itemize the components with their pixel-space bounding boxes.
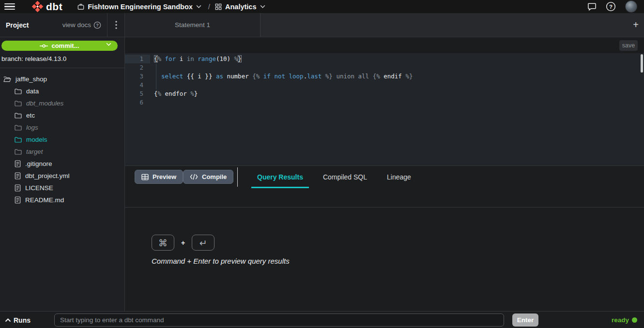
tree-item-models[interactable]: models (0, 134, 124, 146)
status-label: ready (612, 316, 629, 324)
code-lines: {% for i in range(10) %} select {{ i }} … (154, 55, 639, 107)
line-number: 4 (125, 81, 150, 89)
git-commit-icon (40, 44, 48, 48)
code-editor[interactable]: 123456 {% for i in range(10) %} select {… (125, 53, 644, 165)
tree-item-label: data (26, 88, 39, 95)
line-number: 1 (125, 55, 150, 63)
compile-label: Compile (202, 173, 227, 180)
code-icon (190, 174, 198, 180)
chevron-down-icon (106, 43, 111, 46)
kebab-dots (115, 21, 117, 29)
chevron-down-icon (260, 5, 265, 8)
view-docs-label: view docs (62, 21, 91, 29)
editor-toolbar: save (125, 37, 644, 53)
tree-item-label: etc (26, 112, 35, 119)
tree-item-.gitignore[interactable]: .gitignore (0, 158, 124, 170)
dbt-logo-icon (31, 0, 44, 13)
compile-button[interactable]: Compile (183, 170, 233, 184)
save-button[interactable]: save (619, 40, 638, 51)
dbt-command-input[interactable] (54, 313, 504, 327)
account-switcher[interactable]: Fishtown Engineering Sandbox (77, 3, 201, 11)
folder-icon (15, 100, 22, 106)
line-number: 2 (125, 63, 150, 72)
tree-item-label: dbt_project.yml (25, 172, 70, 179)
indent-guide (156, 63, 156, 89)
new-tab-button[interactable]: + (628, 13, 644, 37)
tree-item-jaffle_shop[interactable]: jaffle_shop (0, 73, 124, 85)
editor-scrollbar[interactable] (641, 54, 643, 73)
folder-icon (15, 149, 22, 155)
tree-item-dbt_modules[interactable]: dbt_modules (0, 97, 124, 109)
user-avatar[interactable] (625, 0, 637, 13)
tree-item-label: README.md (25, 196, 64, 204)
file-icon (15, 172, 21, 179)
branch-label: branch: release/4.13.0 (1, 55, 66, 62)
line-number: 6 (125, 98, 150, 107)
tree-item-target[interactable]: target (0, 146, 124, 158)
code-line[interactable]: {% for i in range(10) %} (154, 55, 639, 63)
sidebar-title: Project (6, 21, 29, 29)
results-controls: Preview Compile Query Results Compiled S… (125, 166, 644, 188)
tree-item-data[interactable]: data (0, 85, 124, 97)
code-line[interactable] (154, 98, 639, 107)
shortcut-hint-text: Command + Enter to preview query results (152, 257, 290, 265)
tree-item-etc[interactable]: etc (0, 109, 124, 121)
status-indicator: ready (612, 312, 637, 328)
help-icon[interactable]: ? (606, 1, 616, 12)
tab-query-results[interactable]: Query Results (251, 166, 309, 188)
shortcut-hint-keys: ⌘ + ↵ (152, 235, 215, 251)
tab-lineage[interactable]: Lineage (381, 166, 417, 188)
preview-button[interactable]: Preview (135, 170, 183, 184)
file-tree: jaffle_shopdatadbt_modulesetclogsmodelst… (0, 73, 124, 206)
project-switcher[interactable]: Analytics (215, 3, 265, 11)
folder-icon (3, 76, 11, 82)
tree-item-LICENSE[interactable]: LICENSE (0, 182, 124, 194)
account-name: Fishtown Engineering Sandbox (88, 3, 193, 11)
dbt-logo-text: dbt (46, 1, 62, 13)
commit-label: commit... (51, 42, 79, 49)
code-line[interactable]: {% endfor %} (154, 89, 639, 98)
tree-item-label: LICENSE (25, 184, 53, 192)
tab-label: Compiled SQL (323, 173, 367, 181)
tree-item-dbt_project.yml[interactable]: dbt_project.yml (0, 170, 124, 182)
tree-item-label: dbt_modules (26, 100, 63, 107)
dbt-logo[interactable]: dbt (31, 0, 62, 13)
results-tabs: Query Results Compiled SQL Lineage (251, 166, 425, 188)
kebab-menu-icon[interactable] (107, 13, 124, 37)
return-key-icon: ↵ (192, 235, 215, 251)
editor-tab-bar: Statement 1 + (125, 13, 644, 37)
enter-button[interactable]: Enter (512, 313, 538, 327)
file-icon (15, 160, 21, 167)
line-numbers: 123456 (125, 55, 150, 107)
tree-item-README.md[interactable]: README.md (0, 194, 124, 206)
view-docs-link[interactable]: view docs ? (62, 21, 101, 29)
briefcase-icon (77, 3, 84, 10)
code-line[interactable] (154, 63, 639, 72)
grid-icon (215, 3, 222, 10)
runs-toggle[interactable]: Runs (5, 312, 31, 328)
help-circle-icon: ? (93, 21, 101, 29)
file-icon (15, 184, 21, 192)
table-icon (141, 174, 149, 180)
tab-compiled-sql[interactable]: Compiled SQL (317, 166, 373, 188)
tab-label: Query Results (257, 173, 303, 181)
chevron-up-icon (5, 318, 11, 322)
folder-icon (15, 136, 22, 143)
svg-text:?: ? (96, 23, 99, 28)
commit-button[interactable]: commit... (1, 41, 118, 51)
chevron-down-icon (196, 5, 201, 8)
folder-icon (15, 124, 22, 131)
tab-statement-1[interactable]: Statement 1 (125, 13, 261, 37)
preview-label: Preview (153, 173, 176, 180)
code-line[interactable] (154, 81, 639, 89)
code-line[interactable]: select {{ i }} as number {% if not loop.… (154, 72, 639, 81)
file-icon (15, 196, 21, 204)
tab-label: Statement 1 (175, 21, 210, 29)
results-subheader (125, 188, 644, 208)
line-number: 3 (125, 72, 150, 81)
tree-item-label: logs (26, 124, 38, 131)
breadcrumb-separator: / (208, 2, 210, 11)
hamburger-menu-icon[interactable] (4, 3, 15, 10)
chat-icon[interactable] (587, 2, 597, 11)
tree-item-logs[interactable]: logs (0, 121, 124, 134)
